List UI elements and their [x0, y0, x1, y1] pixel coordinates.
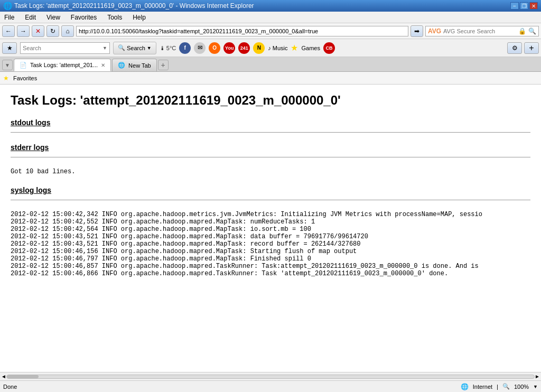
games-button[interactable]: Games: [301, 45, 320, 51]
menu-edit[interactable]: Edit: [23, 13, 38, 22]
stderr-section: stderr logs Got 10 bad lines.: [11, 143, 530, 175]
search-dropdown-arrow[interactable]: ▼: [102, 45, 107, 51]
hscroll-thumb[interactable]: [7, 375, 39, 378]
toolbar: ★ ▼ 🔍 Search ▼ 🌡 5°C f ✉ O You 241 N ♪ M…: [0, 39, 541, 57]
email-button[interactable]: ✉: [194, 42, 206, 54]
go-button[interactable]: ➡: [411, 25, 423, 37]
avg-logo: AVG: [428, 27, 441, 35]
address-bar: ← → ✕ ↻ ⌂ ➡ AVG 🔒 🔍: [0, 23, 541, 39]
search-button-label: Search: [127, 45, 145, 51]
title-bar-controls: − ❒ ✕: [510, 2, 538, 10]
temperature-value: 5°C: [166, 45, 176, 51]
star-icon: ★: [291, 43, 298, 53]
music-icon: ♪: [268, 45, 271, 51]
home-button[interactable]: ⌂: [61, 25, 74, 37]
window-title: Task Logs: 'attempt_201202111619_0023_m_…: [14, 2, 254, 10]
tabs-bar: ▼ 📄 Task Logs: 'attempt_201... ✕ 🌐 New T…: [0, 57, 541, 72]
new-tab-toolbar-button[interactable]: +: [524, 42, 539, 54]
zoom-separator: |: [497, 384, 498, 390]
search-submit-icon[interactable]: 🔍: [528, 27, 536, 35]
syslog-title: syslog logs: [11, 186, 530, 194]
close-button[interactable]: ✕: [529, 2, 538, 10]
settings-button[interactable]: ⚙: [507, 42, 522, 54]
active-tab[interactable]: 📄 Task Logs: 'attempt_201... ✕: [14, 59, 111, 71]
search-input[interactable]: [23, 45, 102, 51]
games-label: Games: [301, 45, 320, 51]
syslog-section: syslog logs 2012-02-12 15:00:42,342 INFO…: [11, 186, 530, 277]
back-button[interactable]: ←: [2, 25, 15, 37]
menu-help[interactable]: Help: [130, 13, 148, 22]
page-title: Task Logs: 'attempt_201202111619_0023_m_…: [11, 93, 530, 108]
coupon-button[interactable]: 241: [238, 42, 250, 54]
hscroll-track[interactable]: [6, 375, 535, 379]
stdout-title: stdout logs: [11, 118, 530, 127]
favorites-star: ★: [3, 74, 9, 82]
cb-button[interactable]: CB: [323, 42, 335, 54]
syslog-content: 2012-02-12 15:00:42,342 INFO org.apache.…: [11, 211, 530, 277]
status-text: Done: [3, 384, 17, 390]
search-input-right[interactable]: [443, 28, 516, 34]
menu-tools[interactable]: Tools: [105, 13, 124, 22]
main-content: Task Logs: 'attempt_201202111619_0023_m_…: [0, 85, 541, 372]
title-bar: 🌐 Task Logs: 'attempt_201202111619_0023_…: [0, 0, 541, 12]
search-button-arrow: ▼: [147, 45, 152, 51]
status-bar: Done 🌐 Internet | 🔍 100% ▼: [0, 380, 541, 392]
zoom-level: 100%: [514, 384, 529, 390]
add-tab-button[interactable]: +: [158, 60, 169, 70]
favorites-label[interactable]: Favorites: [13, 75, 37, 81]
syslog-divider: [11, 200, 530, 200]
music-label: Music: [273, 45, 288, 51]
temp-icon: 🌡: [160, 45, 165, 51]
title-bar-left: 🌐 Task Logs: 'attempt_201202111619_0023_…: [3, 2, 254, 10]
hscroll-right-arrow[interactable]: ►: [535, 374, 540, 379]
stderr-divider: [11, 157, 530, 157]
active-tab-close[interactable]: ✕: [101, 62, 105, 68]
forward-button[interactable]: →: [17, 25, 30, 37]
stdout-divider: [11, 132, 530, 133]
status-right: 🌐 Internet | 🔍 100% ▼: [461, 383, 538, 390]
new-tab-label: New Tab: [128, 62, 151, 69]
zoom-dropdown[interactable]: ▼: [533, 384, 538, 389]
stop-button[interactable]: ✕: [32, 25, 44, 37]
search-button[interactable]: 🔍 Search ▼: [113, 42, 156, 54]
new-tab-icon: 🌐: [118, 62, 125, 69]
temperature-display: 🌡 5°C: [160, 45, 176, 51]
browser-button[interactable]: O: [209, 42, 220, 54]
refresh-button[interactable]: ↻: [46, 25, 59, 37]
menu-favorites[interactable]: Favorites: [69, 13, 99, 22]
stdout-section: stdout logs: [11, 118, 530, 133]
search-icon: 🔍: [118, 44, 125, 51]
active-tab-label: Task Logs: 'attempt_201...: [30, 62, 98, 68]
facebook-button[interactable]: f: [179, 42, 191, 54]
youtube-button[interactable]: You: [223, 42, 235, 54]
horizontal-scrollbar[interactable]: ◄ ►: [0, 372, 541, 380]
tab-overflow-button[interactable]: ▼: [2, 60, 13, 70]
norton-button[interactable]: N: [253, 42, 265, 54]
stderr-title: stderr logs: [11, 143, 530, 152]
favorites-star-button[interactable]: ★: [2, 42, 17, 54]
zone-label: Internet: [473, 384, 492, 390]
search-box: AVG 🔒 🔍: [425, 26, 539, 36]
ie-logo: 🌐: [3, 2, 12, 10]
search-input-wrap: ▼: [20, 42, 110, 54]
menu-bar: File Edit View Favorites Tools Help: [0, 12, 541, 23]
menu-view[interactable]: View: [44, 13, 62, 22]
search-lock-icon: 🔒: [518, 27, 526, 35]
restore-button[interactable]: ❒: [520, 2, 528, 10]
active-tab-icon: 📄: [20, 62, 27, 69]
menu-file[interactable]: File: [2, 13, 16, 22]
favorites-bar: ★ Favorites: [0, 72, 541, 85]
new-tab[interactable]: 🌐 New Tab: [112, 59, 157, 71]
minimize-button[interactable]: −: [510, 2, 519, 10]
music-button[interactable]: ♪ Music: [268, 45, 287, 51]
address-input[interactable]: [76, 26, 408, 36]
stderr-content: Got 10 bad lines.: [11, 168, 530, 175]
toolbar-right: ⚙ +: [507, 42, 539, 54]
hscroll-left-arrow[interactable]: ◄: [1, 374, 6, 379]
globe-icon: 🌐: [461, 383, 469, 390]
zoom-icon: 🔍: [502, 383, 510, 390]
